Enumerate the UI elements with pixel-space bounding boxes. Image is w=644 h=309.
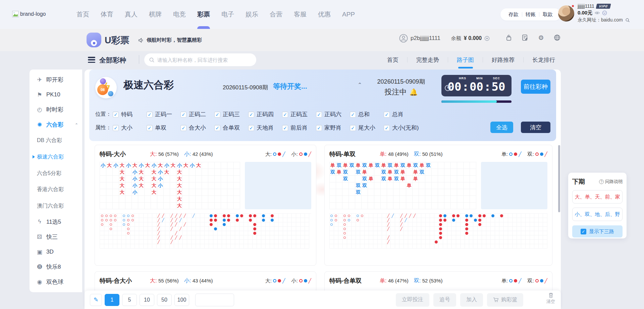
- road-cell[interactable]: [417, 244, 421, 249]
- road-cell[interactable]: [100, 227, 104, 231]
- road-cell[interactable]: [426, 218, 430, 222]
- road-cell[interactable]: [248, 240, 253, 244]
- search-input[interactable]: [157, 57, 252, 63]
- road-cell[interactable]: [130, 218, 135, 222]
- grid-cell[interactable]: [189, 196, 196, 203]
- road-cell[interactable]: [279, 227, 283, 231]
- road-cell[interactable]: [338, 218, 343, 222]
- grid-cell[interactable]: [413, 182, 419, 189]
- road-cell[interactable]: [395, 235, 399, 240]
- road-cell[interactable]: [473, 214, 478, 218]
- road-cell[interactable]: [213, 227, 218, 231]
- road-cell[interactable]: [187, 235, 192, 240]
- grid-cell[interactable]: [419, 196, 425, 203]
- road-cell[interactable]: [434, 222, 439, 227]
- road-cell[interactable]: [205, 218, 209, 222]
- road-cell[interactable]: [426, 214, 430, 218]
- position-checkbox-正码五[interactable]: ✓正码五: [282, 111, 316, 118]
- road-cell[interactable]: ╱: [157, 231, 161, 235]
- grid-cell[interactable]: [419, 203, 425, 209]
- road-cell[interactable]: [495, 214, 499, 218]
- road-cell[interactable]: [301, 227, 305, 231]
- grid-cell[interactable]: [145, 182, 151, 189]
- road-cell[interactable]: [222, 244, 226, 249]
- grid-cell[interactable]: [425, 169, 432, 176]
- road-cell[interactable]: ╱: [178, 227, 183, 231]
- road-cell[interactable]: [100, 214, 104, 218]
- road-cell[interactable]: [447, 235, 452, 240]
- grid-cell[interactable]: 单: [400, 176, 406, 182]
- grid-cell[interactable]: [355, 196, 362, 203]
- road-cell[interactable]: [292, 235, 296, 240]
- grid-cell[interactable]: [183, 169, 189, 176]
- road-cell[interactable]: [352, 235, 356, 240]
- grid-cell[interactable]: [170, 182, 176, 189]
- road-cell[interactable]: [521, 214, 526, 218]
- prediction-box-2[interactable]: 小、双、地、后、野: [572, 208, 623, 221]
- road-cell[interactable]: [352, 214, 356, 218]
- road-cell[interactable]: [274, 218, 279, 222]
- tab-路子图[interactable]: 路子图: [448, 54, 483, 66]
- road-cell[interactable]: ╱: [386, 227, 391, 231]
- road-cell[interactable]: [196, 222, 200, 227]
- road-cell[interactable]: [439, 235, 443, 240]
- road-cell[interactable]: [426, 227, 430, 231]
- grid-cell[interactable]: 双: [393, 176, 400, 182]
- grid-cell[interactable]: [464, 203, 470, 209]
- road-cell[interactable]: [253, 222, 257, 227]
- grid-cell[interactable]: [362, 203, 368, 209]
- grid-cell[interactable]: [425, 182, 432, 189]
- road-cell[interactable]: [378, 227, 382, 231]
- road-cell[interactable]: [104, 235, 109, 240]
- road-cell[interactable]: [461, 218, 465, 222]
- grid-cell[interactable]: [151, 203, 157, 209]
- road-cell[interactable]: [270, 244, 274, 249]
- grid-cell[interactable]: [438, 182, 444, 189]
- road-cell[interactable]: [104, 227, 109, 231]
- road-cell[interactable]: [266, 218, 270, 222]
- road-cell[interactable]: [165, 227, 170, 231]
- road-cell[interactable]: [122, 214, 126, 218]
- road-cell[interactable]: [461, 244, 465, 249]
- road-cell[interactable]: [139, 240, 144, 244]
- grid-cell[interactable]: [470, 182, 476, 189]
- road-cell[interactable]: [296, 244, 301, 249]
- road-cell[interactable]: [473, 227, 478, 231]
- road-cell[interactable]: [347, 240, 352, 244]
- grid-cell[interactable]: [221, 203, 227, 209]
- road-cell[interactable]: [187, 218, 192, 222]
- road-cell[interactable]: [253, 240, 257, 244]
- road-cell[interactable]: [135, 240, 139, 244]
- grid-cell[interactable]: 大: [176, 203, 183, 209]
- grid-cell[interactable]: [451, 203, 457, 209]
- grid-cell[interactable]: [183, 176, 189, 182]
- road-cell[interactable]: [478, 240, 482, 244]
- road-cell[interactable]: [373, 227, 378, 231]
- attribute-checkbox-大小(无和)[interactable]: ✓大小(无和): [384, 124, 419, 132]
- road-cell[interactable]: [365, 227, 369, 231]
- grid-cell[interactable]: [432, 169, 438, 176]
- road-cell[interactable]: [513, 222, 517, 227]
- road-cell[interactable]: [296, 231, 301, 235]
- grid-cell[interactable]: [106, 182, 113, 189]
- road-cell[interactable]: [530, 227, 534, 231]
- road-cell[interactable]: [338, 227, 343, 231]
- go-to-lottery-button[interactable]: 前往彩种: [521, 80, 550, 94]
- topnav-item-娱乐[interactable]: 娱乐: [246, 0, 258, 29]
- sidebar-item-极速六合彩[interactable]: 极速六合彩: [30, 149, 82, 165]
- road-cell[interactable]: [161, 235, 165, 240]
- eye-icon[interactable]: [594, 10, 600, 16]
- road-cell[interactable]: [109, 227, 113, 231]
- road-cell[interactable]: [244, 235, 248, 240]
- grid-cell[interactable]: 双: [413, 162, 419, 169]
- road-cell[interactable]: [360, 218, 365, 222]
- road-cell[interactable]: [218, 240, 222, 244]
- road-cell[interactable]: [126, 235, 130, 240]
- grid-cell[interactable]: [100, 203, 106, 209]
- road-cell[interactable]: [130, 227, 135, 231]
- grid-cell[interactable]: [425, 196, 432, 203]
- road-cell[interactable]: [382, 244, 386, 249]
- show-lower-roads-toggle[interactable]: ✓ 显示下三路: [572, 225, 623, 237]
- grid-cell[interactable]: [183, 196, 189, 203]
- road-cell[interactable]: [356, 240, 360, 244]
